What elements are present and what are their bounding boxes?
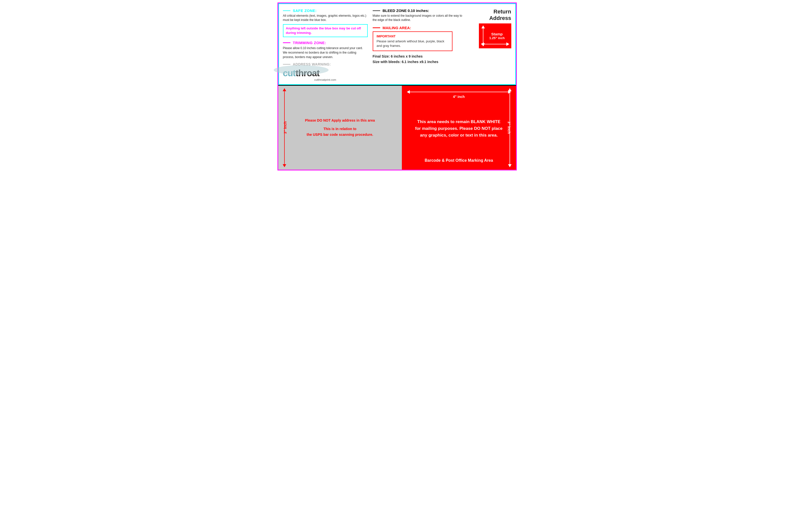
arrow-shaft-h <box>484 44 506 44</box>
safe-zone-line-icon <box>283 11 291 11</box>
bottom-left-warning-text: Please DO NOT Apply address in this area… <box>305 118 375 138</box>
logo-url: cutthroatprint.com <box>283 78 368 81</box>
return-address-label: Return Address <box>472 8 511 21</box>
mailing-line-icon <box>373 27 380 28</box>
trimming-zone-label: TRIMMING ZONE: <box>283 41 368 45</box>
stamp-box: Stamp 1.25" inch <box>479 23 511 48</box>
mailing-area-title: MAILING AREA: <box>383 26 411 30</box>
mailing-area-label: MAILING AREA: <box>373 26 466 30</box>
final-size-line2: Size with bleeds: 6.1 inches x9.1 inches <box>373 59 466 64</box>
address-line-icon <box>283 64 291 64</box>
mailing-important-box: IMPORTANT Please send artwork without bl… <box>373 32 453 51</box>
top-right-panel: Return Address Stamp 1.25" inch <box>472 8 511 81</box>
arrow-down-icon <box>283 164 286 167</box>
logo-area: cutthroat cutthroatprint.com <box>283 69 368 81</box>
final-size-text: Final Size: 6 inches x 9 inches Size wit… <box>373 54 466 65</box>
arrow-head-right-icon <box>506 42 509 46</box>
top-section: SAFE ZONE: All critical elements (text, … <box>278 3 516 85</box>
bottom-right-3inch-label: 3" inch <box>507 121 511 134</box>
final-size-line1: Final Size: 6 inches x 9 inches <box>373 54 466 59</box>
trimming-zone-description: Please allow 0.10 inches cutting toleran… <box>283 46 368 59</box>
safe-zone-description: All critical elements (text, images, gra… <box>283 14 368 22</box>
arrow-shaft-h-right <box>410 92 508 92</box>
bleed-zone-description: Make sure to extend the background image… <box>373 14 466 22</box>
outer-wrapper: SAFE ZONE: All critical elements (text, … <box>277 2 517 170</box>
mailing-important-title: IMPORTANT <box>377 34 448 38</box>
bleed-zone-title: BLEED ZONE 0.10 inches: <box>383 8 429 13</box>
do-not-apply-text: Please DO NOT Apply address in this area <box>305 118 375 124</box>
top-middle-panel: BLEED ZONE 0.10 inches: Make sure to ext… <box>373 8 466 81</box>
mailing-important-text: Please send artwork without blue, purple… <box>377 39 448 48</box>
safe-zone-warning-box: Anything left outside the blue box may b… <box>283 24 368 37</box>
bottom-section: 3" inch Please DO NOT Apply address in t… <box>278 85 516 170</box>
arrow-up-icon <box>283 88 286 91</box>
relation-text: This is in relation to the USPS bar code… <box>305 126 375 138</box>
blank-white-instruction: This area needs to remain BLANK WHITE fo… <box>407 118 511 139</box>
arrow-head-up-icon <box>481 25 485 28</box>
stamp-label: Stamp <box>490 32 505 36</box>
bleed-zone-label: BLEED ZONE 0.10 inches: <box>373 8 466 13</box>
bottom-left-3inch-label: 3" inch <box>283 121 287 134</box>
trimming-line-icon <box>283 42 291 43</box>
4inch-label: 4" inch <box>453 95 465 99</box>
stamp-size: 1.25" inch <box>490 36 505 40</box>
safe-zone-title: SAFE ZONE: <box>293 8 317 13</box>
arrow-up-right-icon <box>508 88 512 91</box>
bottom-right-top-area: 4" inch <box>407 90 511 99</box>
arrow-down-right-icon <box>508 164 512 167</box>
usps-text: the USPS bar code scanning procedure. <box>307 133 373 136</box>
arrow-head-left-icon <box>481 42 484 46</box>
bleed-line-icon <box>373 11 380 11</box>
logo-oval <box>274 65 329 75</box>
bottom-left-panel: 3" inch Please DO NOT Apply address in t… <box>278 86 402 170</box>
relation-text-line1: This is in relation to <box>323 127 356 131</box>
arrow-shaft-v <box>483 28 483 43</box>
bottom-right-panel: 4" inch This area needs to remain BLANK … <box>402 86 516 170</box>
safe-zone-label: SAFE ZONE: <box>283 8 368 13</box>
top-left-panel: SAFE ZONE: All critical elements (text, … <box>283 8 368 81</box>
barcode-label: Barcode & Post Office Marking Area <box>425 158 493 163</box>
logo-container: cutthroat <box>283 69 319 78</box>
trimming-zone-title: TRIMMING ZONE: <box>293 41 326 45</box>
stamp-horizontal-arrow <box>481 42 509 46</box>
stamp-label-area: Stamp 1.25" inch <box>490 32 505 40</box>
bottom-right-horizontal-arrow <box>407 90 511 94</box>
arrow-left-icon <box>407 90 410 94</box>
